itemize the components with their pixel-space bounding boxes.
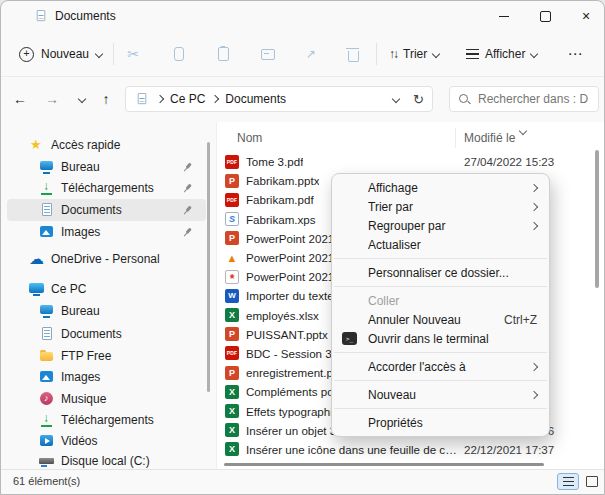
details-view-button[interactable] (557, 473, 579, 490)
paste-icon (218, 47, 229, 61)
menu-item-annuler-nouveau[interactable]: Annuler NouveauCtrl+Z (332, 310, 549, 329)
menu-item-label: Personnaliser ce dossier... (368, 266, 509, 280)
picture-icon (39, 369, 55, 385)
explorer-window: Documents × Nouveau ✂ ↗ ↑↓ Trier Affiche… (0, 0, 605, 495)
up-button[interactable]: ↑ (93, 86, 119, 112)
menu-item-ouvrir-terminal[interactable]: >_Ouvrir dans le terminal (332, 329, 549, 348)
cut-button[interactable]: ✂ (119, 39, 147, 69)
close-icon: × (582, 9, 590, 23)
sidebar-item-onedrive[interactable]: OneDrive - Personal (7, 248, 206, 270)
view-button[interactable]: Afficher (466, 39, 537, 69)
horizontal-scrollbar[interactable] (224, 463, 544, 466)
new-button[interactable]: Nouveau (13, 39, 108, 69)
delete-button[interactable] (339, 39, 367, 69)
desktop-icon (39, 303, 55, 319)
command-bar: Nouveau ✂ ↗ ↑↓ Trier Afficher ⋯ (1, 31, 604, 77)
file-name: Compléments po (246, 385, 334, 398)
sidebar-item-label: Bureau (61, 160, 100, 174)
view-button-label: Afficher (485, 47, 525, 61)
minimize-button[interactable] (487, 1, 521, 31)
column-divider[interactable] (455, 128, 456, 148)
share-button[interactable]: ↗ (297, 39, 325, 69)
sidebar-item-musique[interactable]: Musique (7, 388, 206, 410)
menu-item-regrouper-par[interactable]: Regrouper par (332, 216, 549, 235)
sort-button[interactable]: ↑↓ Trier (389, 39, 439, 69)
network-folder-icon (39, 348, 55, 364)
toolbar-divider (376, 43, 377, 65)
sidebar-item-telechargements[interactable]: Téléchargements (7, 177, 206, 199)
chevron-down-icon (78, 95, 86, 103)
menu-item-label: Trier par (368, 200, 413, 214)
menu-item-label: Ouvrir dans le terminal (368, 332, 489, 346)
forward-button[interactable]: → (39, 86, 65, 112)
sidebar-item-documents-2[interactable]: Documents (7, 323, 206, 345)
maximize-button[interactable] (528, 1, 562, 31)
file-row[interactable]: Insérer une icône dans une feuille de ca… (217, 440, 604, 459)
menu-item-label: Affichage (368, 181, 418, 195)
sidebar-item-bureau-2[interactable]: Bureau (7, 300, 206, 322)
breadcrumb-ce-pc[interactable]: Ce PC (170, 92, 205, 106)
sidebar-scrollbar[interactable] (207, 142, 210, 392)
powerpoint-file-icon (225, 327, 239, 341)
sidebar-item-ftp-free[interactable]: FTP Free (7, 345, 206, 367)
menu-item-actualiser[interactable]: Actualiser (332, 235, 549, 254)
sidebar-item-label: Documents (61, 203, 122, 217)
status-bar: 61 élément(s) (1, 469, 604, 494)
sidebar-item-ce-pc[interactable]: Ce PC (7, 278, 206, 300)
word-file-icon (225, 289, 239, 303)
sidebar-item-label: Musique (61, 392, 106, 406)
menu-item-nouveau[interactable]: Nouveau (332, 385, 549, 404)
sidebar-item-label: Téléchargements (61, 181, 154, 195)
sidebar-item-documents[interactable]: Documents (7, 199, 206, 221)
vertical-scrollbar[interactable] (595, 150, 599, 288)
chevron-right-icon (211, 95, 219, 103)
sidebar-item-acces-rapide[interactable]: Accès rapide (7, 134, 206, 156)
context-menu: Affichage Trier par Regrouper par Actual… (331, 173, 550, 437)
video-icon (39, 433, 55, 449)
menu-item-affichage[interactable]: Affichage (332, 178, 549, 197)
item-count: 61 élément(s) (13, 475, 80, 487)
refresh-icon[interactable]: ↻ (413, 92, 424, 107)
file-name: Fabrikam.pptx (246, 174, 319, 187)
sidebar-item-images-2[interactable]: Images (7, 366, 206, 388)
more-options-button[interactable]: ⋯ (561, 39, 589, 69)
search-input[interactable] (476, 91, 590, 107)
close-button[interactable]: × (569, 1, 603, 31)
history-dropdown-button[interactable] (69, 86, 95, 112)
thumbnails-view-button[interactable] (581, 473, 603, 490)
excel-file-icon (225, 404, 239, 418)
copy-button[interactable] (165, 39, 193, 69)
submenu-arrow-icon (530, 363, 538, 371)
column-header-modified[interactable]: Modifié le (464, 131, 515, 145)
details-view-icon (563, 477, 574, 486)
menu-item-trier-par[interactable]: Trier par (332, 197, 549, 216)
breadcrumb-documents[interactable]: Documents (225, 92, 286, 106)
desktop-icon (39, 159, 55, 175)
column-header-name[interactable]: Nom (237, 131, 262, 145)
document-icon (39, 202, 55, 218)
search-box[interactable] (449, 86, 599, 112)
file-row[interactable]: Tome 3.pdf27/04/2022 15:23 (217, 152, 604, 171)
menu-item-label: Propriétés (368, 416, 423, 430)
vlc-file-icon (225, 251, 239, 265)
paste-button[interactable] (209, 39, 237, 69)
sidebar-item-label: Images (61, 370, 100, 384)
menu-item-personnaliser[interactable]: Personnaliser ce dossier... (332, 263, 549, 282)
sidebar-item-label: FTP Free (61, 349, 111, 363)
menu-separator (334, 258, 547, 259)
file-name: Importer du texte (246, 289, 334, 302)
address-dropdown-icon[interactable] (392, 95, 400, 103)
rename-button[interactable] (254, 39, 282, 69)
address-bar-row: ← → ↑ Ce PC Documents ↻ (1, 77, 604, 123)
menu-item-accorder-acces[interactable]: Accorder l'accès à (332, 357, 549, 376)
back-button[interactable]: ← (7, 86, 33, 112)
rename-icon (261, 49, 275, 60)
menu-item-proprietes[interactable]: Propriétés (332, 413, 549, 432)
computer-icon (29, 281, 45, 297)
sidebar-item-bureau[interactable]: Bureau (7, 156, 206, 178)
sidebar-item-videos[interactable]: Vidéos (7, 430, 206, 452)
sidebar-item-telechargements-2[interactable]: Téléchargements (7, 409, 206, 431)
file-name: Fabrikam.xps (246, 213, 316, 226)
sidebar-item-images[interactable]: Images (7, 221, 206, 243)
breadcrumb-bar[interactable]: Ce PC Documents ↻ (125, 86, 433, 112)
